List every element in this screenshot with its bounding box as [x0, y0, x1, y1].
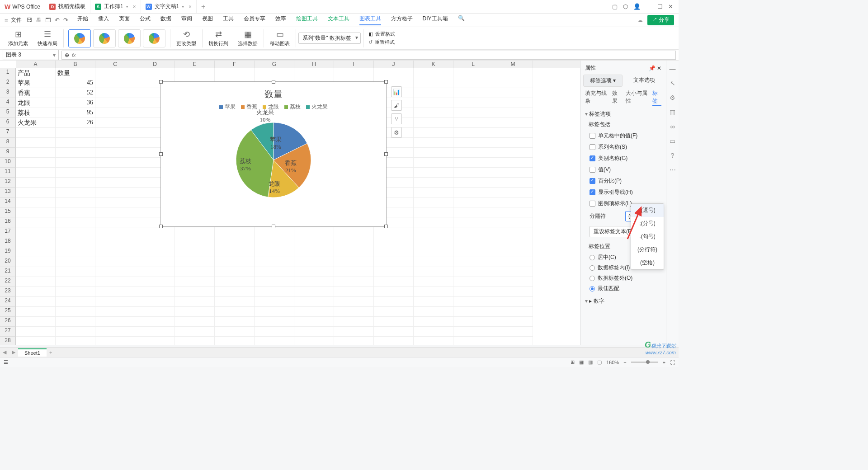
cell[interactable]: 火龙果 [16, 118, 56, 128]
cell[interactable] [95, 317, 135, 327]
dd-item-semicolon[interactable]: ;(分号) [631, 217, 664, 230]
cell[interactable] [16, 148, 56, 158]
cell[interactable] [175, 337, 215, 345]
cell[interactable] [16, 197, 56, 207]
cell[interactable] [95, 118, 135, 128]
cell[interactable] [453, 118, 493, 128]
legend-item[interactable]: 香蕉 [241, 103, 257, 111]
zoom-in-icon[interactable]: + [663, 360, 665, 365]
cell[interactable] [493, 188, 533, 197]
print-icon[interactable]: 🖶 [36, 17, 42, 24]
cell[interactable] [334, 247, 374, 257]
dd-item-space[interactable]: (空格) [631, 256, 664, 269]
cell[interactable] [374, 68, 414, 78]
menu-item[interactable]: 绘图工具 [296, 15, 318, 25]
row-header[interactable]: 17 [0, 227, 16, 237]
cell[interactable] [95, 267, 135, 277]
layers-icon[interactable]: ▥ [670, 108, 675, 116]
cell[interactable] [16, 128, 56, 138]
cell[interactable] [334, 287, 374, 297]
cell[interactable] [95, 158, 135, 168]
cell[interactable]: 52 [56, 88, 95, 98]
chart-object[interactable]: 数量 苹果香蕉龙眼荔枝火龙果 苹果18%香蕉21%龙眼14%荔枝37%火龙果10… [160, 81, 387, 227]
cell[interactable] [374, 247, 414, 257]
cell[interactable] [414, 237, 453, 247]
cell[interactable] [374, 257, 414, 267]
cell[interactable] [374, 267, 414, 277]
cell[interactable] [255, 337, 294, 345]
cell[interactable] [453, 68, 493, 78]
menu-item[interactable]: 方方格子 [391, 15, 413, 25]
menu-item[interactable]: 效率 [275, 15, 286, 25]
cell[interactable] [493, 237, 533, 247]
cell[interactable] [334, 277, 374, 287]
sheet-next-icon[interactable]: ▶ [9, 349, 18, 355]
cell[interactable] [493, 178, 533, 188]
cell[interactable] [56, 317, 95, 327]
zoom-out-icon[interactable]: − [623, 360, 626, 365]
section-header[interactable]: 标签选项 [585, 110, 661, 118]
cell[interactable] [294, 277, 334, 287]
row-header[interactable]: 25 [0, 307, 16, 317]
cell[interactable] [56, 297, 95, 307]
cell[interactable] [453, 148, 493, 158]
tab-doc[interactable]: W文字文稿1●× [141, 0, 197, 13]
cell[interactable] [294, 307, 334, 317]
cell[interactable] [414, 158, 453, 168]
hamburger-icon[interactable]: ≡ [5, 17, 8, 24]
row-header[interactable]: 22 [0, 277, 16, 287]
menu-item[interactable]: 插入 [98, 15, 109, 25]
cell[interactable] [95, 108, 135, 118]
cell[interactable] [95, 247, 135, 257]
col-header[interactable]: J [374, 61, 414, 68]
cell[interactable] [56, 337, 95, 345]
cell[interactable] [56, 327, 95, 337]
cell[interactable] [294, 317, 334, 327]
cell[interactable] [95, 207, 135, 217]
cell[interactable] [16, 257, 56, 267]
cell[interactable] [95, 98, 135, 108]
cell[interactable] [374, 297, 414, 307]
cell[interactable] [56, 227, 95, 237]
cell[interactable] [453, 307, 493, 317]
cell[interactable] [493, 287, 533, 297]
cell[interactable] [414, 287, 453, 297]
zoom-slider[interactable] [631, 362, 658, 363]
cell[interactable] [493, 128, 533, 138]
radio-outside[interactable] [590, 276, 595, 281]
select-data-button[interactable]: ▦选择数据 [234, 29, 261, 47]
cell[interactable] [294, 287, 334, 297]
close-icon[interactable]: ✕ [657, 65, 661, 71]
cursor-icon[interactable]: ↖ [670, 80, 675, 87]
row-header[interactable]: 10 [0, 158, 16, 168]
cell[interactable] [374, 327, 414, 337]
view-icon[interactable]: ▥ [588, 359, 593, 365]
cell[interactable] [175, 327, 215, 337]
minimize-icon[interactable]: — [670, 65, 676, 72]
checkbox-leader[interactable] [590, 189, 595, 195]
cell[interactable] [493, 148, 533, 158]
cell[interactable] [453, 227, 493, 237]
cell[interactable] [374, 307, 414, 317]
cell[interactable] [95, 168, 135, 178]
cell[interactable] [453, 207, 493, 217]
row-header[interactable]: 4 [0, 98, 16, 108]
cell[interactable] [453, 237, 493, 247]
cell[interactable] [175, 247, 215, 257]
cell[interactable] [374, 277, 414, 287]
cell[interactable] [294, 267, 334, 277]
cell[interactable] [175, 317, 215, 327]
minimize-icon[interactable]: — [646, 3, 652, 10]
cell[interactable] [453, 178, 493, 188]
cell[interactable] [16, 337, 56, 345]
cell[interactable] [334, 337, 374, 345]
cell[interactable] [334, 307, 374, 317]
cell[interactable] [414, 327, 453, 337]
help-icon[interactable]: ? [671, 152, 675, 159]
cell[interactable] [334, 267, 374, 277]
cell[interactable] [56, 207, 95, 217]
quick-layout-button[interactable]: ☰快速布局 [34, 29, 61, 47]
menu-item[interactable]: 视图 [202, 15, 213, 25]
dd-item-newline[interactable]: (分行符) [631, 243, 664, 256]
cell[interactable] [414, 217, 453, 227]
